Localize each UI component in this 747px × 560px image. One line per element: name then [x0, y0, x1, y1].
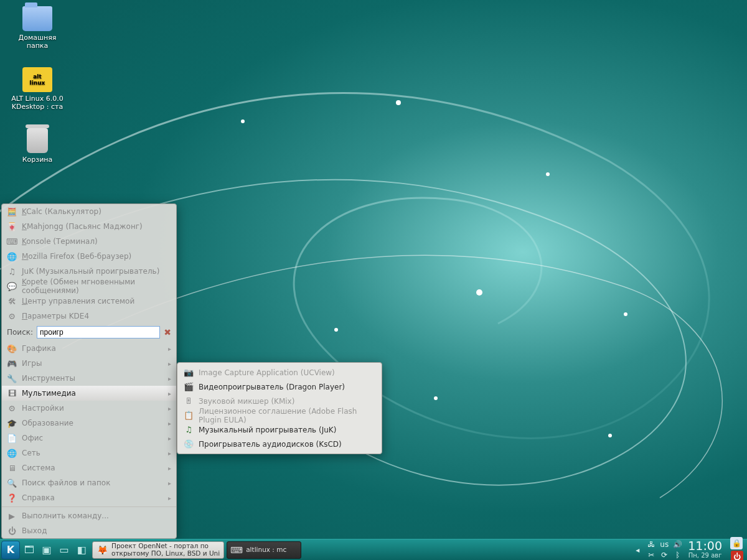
- submenu-item-1[interactable]: 🎬Видеопроигрыватель (Dragon Player): [177, 380, 382, 394]
- desktop-icon-alt-linux[interactable]: altlinuxALT Linux 6.0.0 KDesktop : ста: [7, 67, 67, 111]
- favorite-4[interactable]: ♫JuK (Музыкальный проигрыватель): [2, 264, 176, 279]
- multimedia-submenu: 📷Image Capture Application (UCView)🎬Виде…: [177, 362, 382, 454]
- keyboard-layout-icon[interactable]: us: [659, 539, 670, 549]
- task-terminal[interactable]: ⌨altlinux : mc: [227, 541, 301, 559]
- menu-item-label: Настройки: [22, 404, 64, 413]
- submenu-item-label: Лицензионное соглашение (Adobe Flash Plu…: [199, 407, 375, 424]
- task-firefox[interactable]: 🦊Проект OpenNet - портал по открытому ПО…: [92, 541, 224, 559]
- chat-icon: 💬: [7, 281, 17, 291]
- category-Сеть[interactable]: 🌐Сеть▸: [2, 446, 176, 460]
- chevron-right-icon: ▸: [168, 435, 171, 442]
- menu-item-label: Графика: [22, 344, 56, 353]
- favorite-7[interactable]: ⚙Параметры KDE4: [2, 309, 176, 324]
- volume-icon[interactable]: 🔊: [672, 539, 683, 549]
- category-Настройки[interactable]: ⚙Настройки▸: [2, 401, 176, 416]
- menu-item-label: Образование: [22, 419, 73, 427]
- favorite-5[interactable]: 💬Kopete (Обмен мгновенными сообщениями): [2, 279, 176, 294]
- games-icon: 🎮: [7, 358, 17, 368]
- category-Поиск файлов и папок[interactable]: 🔍Поиск файлов и папок▸: [2, 475, 176, 490]
- footer-0[interactable]: ▶Выполнить команду...: [2, 508, 176, 523]
- category-Игры[interactable]: 🎮Игры▸: [2, 356, 176, 371]
- show-desktop-icon[interactable]: 🗔: [21, 542, 37, 558]
- menu-item-label: Параметры KDE4: [22, 312, 89, 320]
- menu-item-label: Выход: [22, 526, 47, 535]
- preferences-icon: ⚙: [7, 403, 17, 413]
- favorite-3[interactable]: 🌐Mozilla Firefox (Веб-браузер): [2, 249, 176, 264]
- svg-point-6: [434, 396, 438, 400]
- logout-icon: ⏻: [7, 526, 17, 536]
- pager-icon[interactable]: ▭: [56, 542, 72, 558]
- terminal-icon: ⌨: [231, 544, 242, 556]
- desktop-icon-label: Корзина: [7, 156, 67, 164]
- category-Инструменты[interactable]: 🔧Инструменты▸: [2, 371, 176, 386]
- submenu-item-3[interactable]: 📋Лицензионное соглашение (Adobe Flash Pl…: [177, 408, 382, 422]
- desktop-icon-label: ALT Linux 6.0.0 KDesktop : ста: [7, 95, 67, 111]
- chevron-right-icon: ▸: [168, 405, 171, 412]
- network-tray-icon[interactable]: 🖧: [646, 539, 657, 549]
- lock-screen-icon[interactable]: 🔒: [730, 537, 743, 549]
- run-icon: ▶: [7, 511, 17, 521]
- education-icon: 🎓: [7, 418, 17, 428]
- clock-date: Пн, 29 авг: [688, 553, 722, 559]
- find-icon: 🔍: [7, 478, 17, 488]
- kickoff-button[interactable]: K: [1, 541, 20, 559]
- chevron-right-icon: ▸: [168, 375, 171, 382]
- submenu-item-0[interactable]: 📷Image Capture Application (UCView): [177, 365, 382, 380]
- menu-search-row: Поиск: ✖: [2, 324, 176, 341]
- clear-search-icon[interactable]: ✖: [164, 327, 171, 337]
- scissors-icon[interactable]: ✂: [646, 550, 657, 560]
- category-Справка[interactable]: ❓Справка▸: [2, 490, 176, 505]
- system-tray: ◂ 🖧us🔊✂⟳ᛒ 11:00 Пн, 29 авг 🔒 ⏻: [632, 537, 747, 561]
- submenu-item-label: Видеопроигрыватель (Dragon Player): [199, 383, 345, 391]
- activities-icon[interactable]: ◧: [73, 542, 90, 558]
- desktop-icons: Домашняя папкаaltlinuxALT Linux 6.0.0 KD…: [7, 6, 67, 164]
- globe-icon: 🌐: [7, 251, 17, 261]
- settings-icon: ⚙: [7, 311, 17, 321]
- category-Офис[interactable]: 📄Офис▸: [2, 431, 176, 446]
- window-list-icon[interactable]: ▣: [39, 542, 55, 558]
- bluetooth-icon[interactable]: ᛒ: [672, 550, 683, 560]
- menu-item-label: Выполнить команду...: [22, 511, 109, 520]
- menu-item-label: Справка: [22, 493, 55, 502]
- task-label: altlinux : mc: [246, 546, 286, 553]
- favorite-0[interactable]: 🧮KCalc (Калькулятор): [2, 204, 176, 219]
- taskbar: K 🗔 ▣ ▭ ◧ 🦊Проект OpenNet - портал по от…: [0, 539, 747, 560]
- category-Графика[interactable]: 🎨Графика▸: [2, 341, 176, 356]
- menu-item-label: Мультимедиа: [22, 389, 76, 398]
- chevron-right-icon: ▸: [168, 345, 171, 352]
- menu-item-label: Офис: [22, 434, 43, 442]
- svg-point-5: [334, 328, 338, 332]
- submenu-item-label: Image Capture Application (UCView): [199, 368, 335, 377]
- menu-item-label: JuK (Музыкальный проигрыватель): [22, 267, 159, 276]
- terminal-icon: ⌨: [7, 236, 17, 246]
- category-Система[interactable]: 🖥Система▸: [2, 460, 176, 475]
- favorite-2[interactable]: ⌨Konsole (Терминал): [2, 234, 176, 249]
- favorite-1[interactable]: 🀄KMahjongg (Пасьянс Маджонг): [2, 219, 176, 234]
- submenu-item-label: Проигрыватель аудиодисков (KsCD): [199, 440, 342, 449]
- shutdown-icon[interactable]: ⏻: [731, 551, 743, 561]
- submenu-item-5[interactable]: 💿Проигрыватель аудиодисков (KsCD): [177, 437, 382, 451]
- clock-time: 11:00: [688, 540, 722, 553]
- svg-point-2: [546, 172, 550, 176]
- footer-1[interactable]: ⏻Выход: [2, 523, 176, 538]
- search-input[interactable]: [37, 326, 160, 338]
- chevron-right-icon: ▸: [168, 390, 171, 397]
- clock[interactable]: 11:00 Пн, 29 авг: [685, 540, 725, 559]
- category-Мультимедиа[interactable]: 🎞Мультимедиа▸: [2, 386, 176, 401]
- tray-expand-icon[interactable]: ◂: [632, 545, 643, 555]
- graphics-icon: 🎨: [7, 343, 17, 353]
- chevron-right-icon: ▸: [168, 360, 171, 367]
- category-Образование[interactable]: 🎓Образование▸: [2, 416, 176, 431]
- music-icon: ♫: [184, 425, 194, 435]
- license-icon: 📋: [184, 411, 194, 421]
- submenu-item-4[interactable]: ♫Музыкальный проигрыватель (JuK): [177, 422, 382, 437]
- desktop-icon-trash[interactable]: Корзина: [7, 128, 67, 164]
- updates-icon[interactable]: ⟳: [659, 550, 670, 560]
- favorite-6[interactable]: 🛠Центр управления системой: [2, 294, 176, 309]
- svg-point-1: [396, 100, 401, 105]
- application-menu: 🧮KCalc (Калькулятор)🀄KMahjongg (Пасьянс …: [1, 203, 177, 539]
- menu-item-label: Сеть: [22, 449, 40, 457]
- menu-item-label: Система: [22, 464, 55, 472]
- svg-point-4: [624, 312, 627, 316]
- desktop-icon-home-folder[interactable]: Домашняя папка: [7, 6, 67, 50]
